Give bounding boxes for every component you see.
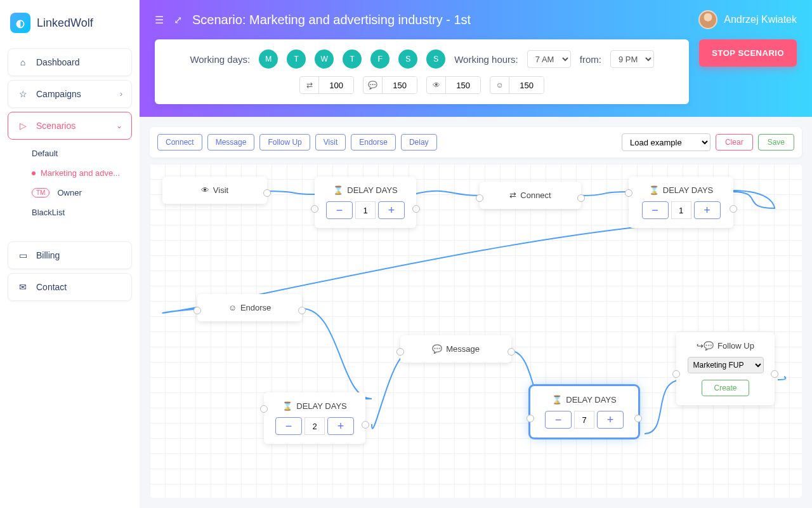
nav-label: Contact	[36, 282, 67, 292]
day-pill-t[interactable]: T	[287, 50, 306, 69]
user-name: Andrzej Kwiatek	[724, 14, 797, 25]
sidebar-item-contact[interactable]: ✉ Contact	[8, 273, 132, 301]
delay-value[interactable]	[304, 417, 325, 435]
delay-value[interactable]	[671, 201, 691, 219]
sidebar-item-campaigns[interactable]: ☆ Campaigns ›	[8, 80, 132, 108]
day-pill-f[interactable]: F	[370, 50, 390, 69]
node-delay-1[interactable]: ⌛DELAY DAYS − +	[315, 177, 416, 228]
port-in[interactable]	[396, 348, 404, 356]
limit-endorsements[interactable]: ☺	[490, 76, 544, 94]
hourglass-icon: ⌛	[282, 401, 292, 411]
nav-label: Campaigns	[36, 89, 81, 99]
delay-value[interactable]	[355, 201, 376, 219]
port-out[interactable]	[508, 348, 515, 356]
limit-messages[interactable]: 💬	[363, 76, 417, 94]
sidebar: ◐ LinkedWolf ⌂ Dashboard ☆ Campaigns › ▷…	[0, 0, 140, 508]
port-out[interactable]	[412, 205, 420, 213]
tool-delay[interactable]: Delay	[401, 134, 437, 150]
node-delay-4[interactable]: ⌛DELAY DAYS − +	[530, 386, 638, 438]
chevron-down-icon: ⌄	[116, 121, 122, 130]
minus-button[interactable]: −	[545, 411, 572, 429]
day-pill-s2[interactable]: S	[426, 50, 445, 69]
minus-button[interactable]: −	[326, 201, 353, 219]
people-icon: ⇄	[509, 190, 516, 200]
limit-input-2[interactable]	[383, 77, 417, 93]
port-in[interactable]	[625, 189, 632, 197]
port-in[interactable]	[260, 405, 268, 413]
hourglass-icon: ⌛	[333, 185, 343, 195]
port-out[interactable]	[577, 194, 585, 202]
port-out[interactable]	[362, 421, 369, 429]
port-in[interactable]	[311, 205, 318, 213]
port-in[interactable]	[527, 415, 534, 422]
sidebar-item-billing[interactable]: ▭ Billing	[8, 241, 132, 269]
user-menu[interactable]: Andrzej Kwiatek	[698, 10, 797, 29]
collapse-icon[interactable]: ⤢	[174, 14, 182, 26]
toolbar: Connect Message Follow Up Visit Endorse …	[150, 127, 802, 157]
chat-icon: 💬	[363, 77, 383, 93]
tool-endorse[interactable]: Endorse	[351, 134, 396, 150]
port-out[interactable]	[298, 307, 306, 314]
tool-connect[interactable]: Connect	[157, 134, 202, 150]
tool-message[interactable]: Message	[207, 134, 255, 150]
sidebar-item-scenarios[interactable]: ▷ Scenarios ⌄	[8, 112, 132, 140]
plus-button[interactable]: +	[597, 411, 624, 429]
subnav-marketing[interactable]: Marketing and adve...	[23, 163, 140, 183]
plus-button[interactable]: +	[327, 417, 354, 435]
minus-button[interactable]: −	[642, 201, 669, 219]
limit-connections[interactable]: ⇄	[299, 76, 354, 94]
limit-input-1[interactable]	[319, 77, 353, 93]
limit-views[interactable]: 👁	[426, 76, 481, 94]
port-out[interactable]	[771, 370, 778, 378]
day-pill-w[interactable]: W	[315, 50, 334, 69]
node-connect[interactable]: ⇄Connect	[480, 182, 581, 209]
canvas-wrap: 👁Visit ⌛DELAY DAYS − + ⇄Connect	[150, 164, 802, 498]
port-in[interactable]	[193, 307, 201, 314]
active-dot-icon	[32, 171, 36, 175]
save-button[interactable]: Save	[758, 134, 794, 150]
eye-icon: 👁	[201, 185, 209, 195]
port-in[interactable]	[672, 370, 680, 378]
day-pill-s[interactable]: S	[398, 50, 417, 69]
subnav-blacklist[interactable]: BlackList	[23, 203, 140, 222]
port-in[interactable]	[476, 194, 483, 202]
load-example-select[interactable]: Load example	[622, 133, 710, 151]
canvas[interactable]: 👁Visit ⌛DELAY DAYS − + ⇄Connect	[150, 164, 802, 498]
node-delay-2[interactable]: ⌛DELAY DAYS − +	[629, 177, 733, 228]
config-card: Working days: M T W T F S S Working hour…	[155, 39, 689, 104]
hours-from-select[interactable]: 7 AM	[527, 50, 571, 68]
menu-icon[interactable]: ☰	[155, 14, 164, 26]
subnav-owner[interactable]: TM Owner	[23, 183, 140, 203]
plus-button[interactable]: +	[378, 201, 405, 219]
clear-button[interactable]: Clear	[716, 134, 753, 150]
node-followup[interactable]: ↪💬Follow Up Marketing FUP Create	[676, 332, 775, 405]
port-out[interactable]	[730, 205, 737, 213]
plus-button[interactable]: +	[694, 201, 721, 219]
node-message[interactable]: 💬Message	[400, 335, 511, 363]
day-pill-m[interactable]: M	[259, 50, 278, 69]
logo: ◐ LinkedWolf	[0, 5, 140, 41]
delay-value[interactable]	[574, 411, 594, 429]
sidebar-item-dashboard[interactable]: ⌂ Dashboard	[8, 48, 132, 76]
minus-button[interactable]: −	[275, 417, 302, 435]
day-pill-t2[interactable]: T	[343, 50, 362, 69]
subnav-default[interactable]: Default	[23, 144, 140, 163]
stop-scenario-button[interactable]: STOP SCENARIO	[699, 39, 797, 67]
nav-label: Billing	[36, 250, 60, 260]
hours-to-select[interactable]: 9 PM	[610, 50, 654, 68]
followup-template-select[interactable]: Marketing FUP	[688, 357, 764, 373]
create-button[interactable]: Create	[702, 380, 749, 396]
tool-visit[interactable]: Visit	[315, 134, 346, 150]
node-delay-3[interactable]: ⌛DELAY DAYS − +	[264, 392, 365, 444]
badge-icon: ☺	[228, 303, 237, 312]
node-visit[interactable]: 👁Visit	[162, 177, 267, 204]
header: ☰ ⤢ Scenario: Marketing and advertising …	[140, 0, 812, 117]
port-out[interactable]	[634, 415, 642, 422]
port-out[interactable]	[263, 189, 271, 197]
working-hours-label: Working hours:	[454, 54, 518, 65]
tool-followup[interactable]: Follow Up	[259, 134, 310, 150]
limit-input-3[interactable]	[446, 77, 480, 93]
node-endorse[interactable]: ☺Endorse	[197, 294, 302, 321]
limit-input-4[interactable]	[509, 77, 544, 93]
working-days-label: Working days:	[190, 54, 250, 65]
